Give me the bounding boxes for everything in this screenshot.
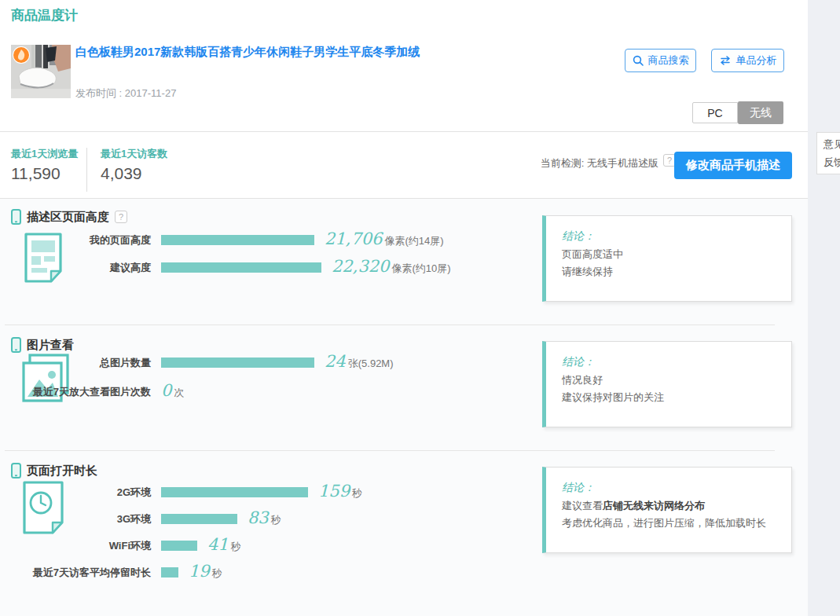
swap-arrows-icon [719, 56, 732, 65]
metric-label: 建议高度 [11, 260, 151, 275]
metric-unit: 秒 [231, 541, 241, 552]
hot-sale-flame-badge [13, 46, 30, 64]
metric-unit: 像素(约14屏) [384, 235, 443, 247]
metric-label: 总图片数量 [11, 355, 151, 370]
conclusion-heading: 结论： [562, 355, 780, 369]
metric-bar [161, 541, 197, 551]
metric-value: 159 [318, 482, 350, 500]
metric-row-wifi: WiFi环境 41秒 [11, 538, 241, 556]
publish-time: 发布时间 : 2017-11-27 [75, 86, 176, 101]
metric-bar [161, 487, 308, 497]
metric-unit: 张(5.92M) [348, 358, 394, 369]
metric-unit: 秒 [352, 487, 362, 499]
product-thermometer-page: 商品温度计 白色板鞋男2017新款韩版百搭青少年休闲鞋子男学生平底冬季加绒 发布… [0, 0, 840, 616]
section-divider [5, 324, 775, 325]
metric-bar [161, 262, 321, 273]
metric-bar [161, 358, 314, 368]
metric-bar [161, 567, 178, 578]
mobile-phone-icon [11, 337, 21, 353]
stat-views: 最近1天浏览量 11,590 [11, 147, 78, 183]
metric-row-total-images: 总图片数量 24张(5.92M) [11, 355, 394, 372]
metric-row-avg-stay: 最近7天访客平均停留时长 19秒 [11, 565, 222, 582]
feedback-line: 意见 [823, 135, 840, 153]
current-detection-label: 当前检测: 无线手机描述版 [440, 156, 658, 170]
section-page-height-title: 描述区页面高度 [27, 210, 109, 225]
conclusion-line: 页面高度适中 [562, 248, 780, 261]
search-icon [633, 55, 644, 66]
metric-bar [161, 514, 237, 524]
stat-divider [86, 148, 87, 192]
conclusion-line: 请继续保持 [562, 265, 780, 278]
single-item-analysis-label: 单品分析 [736, 53, 777, 68]
stat-visitors-label: 最近1天访客数 [101, 147, 167, 161]
metric-label: 3G环境 [11, 512, 151, 526]
metric-value: 24 [325, 352, 346, 371]
stat-visitors: 最近1天访客数 4,039 [101, 147, 167, 183]
page-height-help-icon[interactable]: ? [115, 211, 127, 223]
conclusion-line: 情况良好 [562, 373, 780, 387]
toggle-wireless[interactable]: 无线 [738, 101, 783, 124]
product-title-link[interactable]: 白色板鞋男2017新款韩版百搭青少年休闲鞋子男学生平底冬季加绒 [75, 44, 547, 60]
conclusion-line: 考虑优化商品，进行图片压缩，降低加载时长 [562, 516, 780, 530]
metric-unit: 像素(约10屏) [391, 262, 450, 274]
product-search-button[interactable]: 商品搜索 [625, 49, 696, 72]
header-divider [0, 131, 808, 132]
metric-label: 最近7天放大查看图片次数 [11, 384, 151, 399]
single-item-analysis-button[interactable]: 单品分析 [711, 49, 784, 72]
edit-mobile-description-button[interactable]: 修改商品手机描述 [674, 152, 792, 179]
metric-value: 22,320 [332, 257, 389, 276]
conclusion-line: 建议保持对图片的关注 [562, 390, 780, 404]
metric-value: 41 [207, 535, 229, 554]
conclusion-line: 建议查看店铺无线来访网络分布 [562, 499, 780, 512]
metric-value: 83 [248, 508, 269, 527]
metric-label: 我的页面高度 [11, 233, 151, 248]
metric-label: 2G环境 [11, 485, 151, 500]
feedback-line: 反馈 [823, 153, 840, 171]
metric-unit: 次 [174, 387, 184, 398]
conclusion-bold-text: 店铺无线来访网络分布 [603, 500, 705, 512]
conclusion-box-page-height: 结论： 页面高度适中 请继续保持 [542, 215, 792, 302]
stat-views-label: 最近1天浏览量 [11, 147, 78, 161]
metric-bar [161, 235, 314, 245]
conclusion-heading: 结论： [562, 229, 780, 244]
metric-row-my-page-height: 我的页面高度 21,706像素(约14屏) [11, 233, 444, 250]
conclusion-box-images: 结论： 情况良好 建议保持对图片的关注 [542, 341, 792, 427]
product-search-label: 商品搜索 [648, 53, 689, 68]
page-side-strip [808, 0, 840, 616]
mobile-phone-icon [11, 209, 21, 225]
section-divider [5, 450, 775, 451]
conclusion-heading: 结论： [562, 481, 780, 495]
section-page-height-header: 描述区页面高度 ? [11, 209, 127, 225]
section-images-title: 图片查看 [27, 338, 74, 353]
metric-value: 0 [161, 381, 171, 400]
metric-unit: 秒 [212, 567, 222, 579]
feedback-tab[interactable]: 意见 反馈 [816, 132, 840, 174]
metric-label: 最近7天访客平均停留时长 [11, 565, 151, 580]
metric-unit: 秒 [271, 514, 281, 526]
section-load-time-title: 页面打开时长 [27, 464, 97, 478]
metric-value: 21,706 [325, 229, 382, 248]
page-title: 商品温度计 [11, 6, 78, 24]
toggle-pc[interactable]: PC [692, 102, 738, 123]
mobile-phone-icon [11, 463, 21, 478]
stat-views-value: 11,590 [11, 164, 78, 183]
conclusion-box-load-time: 结论： 建议查看店铺无线来访网络分布 考虑优化商品，进行图片压缩，降低加载时长 [542, 467, 792, 553]
metric-value: 19 [189, 562, 210, 581]
metric-label: WiFi环境 [11, 538, 151, 553]
product-thumbnail[interactable] [11, 45, 71, 98]
metric-row-2g: 2G环境 159秒 [11, 485, 362, 502]
metric-row-suggested-height: 建议高度 22,320像素(约10屏) [11, 260, 451, 277]
section-load-time-header: 页面打开时长 [11, 463, 97, 478]
metric-row-zoom-views: 最近7天放大查看图片次数 0次 [11, 384, 184, 402]
metric-row-3g: 3G环境 83秒 [11, 512, 281, 529]
stat-visitors-value: 4,039 [101, 164, 167, 183]
section-images-header: 图片查看 [11, 337, 74, 353]
